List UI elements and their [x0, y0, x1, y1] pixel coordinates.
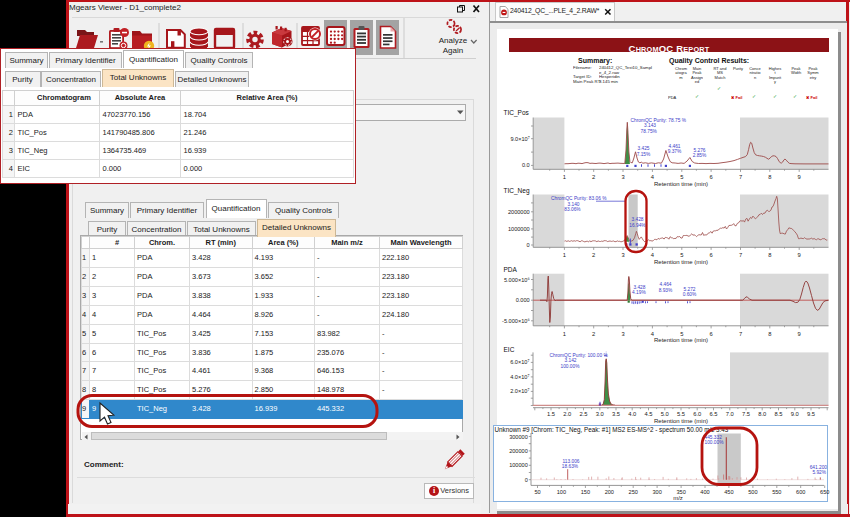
svg-text:4.464: 4.464	[659, 282, 671, 287]
svg-text:0.000: 0.000	[516, 297, 530, 303]
svg-text:5.272: 5.272	[683, 287, 695, 292]
svg-text:100: 100	[557, 489, 566, 495]
svg-text:3.5: 3.5	[612, 411, 620, 417]
svg-text:7: 7	[739, 174, 742, 180]
svg-text:TIC_Pos: TIC_Pos	[504, 109, 530, 117]
svg-text:4.0×10⁷: 4.0×10⁷	[510, 374, 529, 380]
svg-text:2.85%: 2.85%	[693, 153, 707, 158]
svg-text:5.5: 5.5	[677, 411, 685, 417]
svg-text:100000: 100000	[509, 462, 528, 468]
svg-text:5: 5	[680, 174, 683, 180]
svg-text:100.00%: 100.00%	[705, 440, 725, 445]
svg-text:7: 7	[739, 331, 742, 337]
svg-text:5: 5	[680, 331, 683, 337]
svg-text:TIC_Neg: TIC_Neg	[504, 187, 530, 195]
svg-text:7.5: 7.5	[742, 411, 750, 417]
svg-text:641.200: 641.200	[810, 465, 828, 470]
svg-text:3: 3	[621, 252, 624, 258]
svg-text:550: 550	[772, 489, 781, 495]
svg-text:5.000×10⁶: 5.000×10⁶	[504, 277, 530, 283]
svg-text:3.142: 3.142	[564, 358, 576, 363]
svg-text:200000: 200000	[509, 448, 528, 454]
svg-text:1: 1	[563, 331, 566, 337]
svg-text:EIC: EIC	[504, 346, 515, 353]
svg-text:0.0: 0.0	[522, 162, 530, 168]
svg-text:4: 4	[651, 252, 655, 258]
svg-text:400: 400	[700, 489, 709, 495]
svg-text:6.5: 6.5	[709, 411, 717, 417]
svg-text:3.143: 3.143	[644, 123, 656, 128]
svg-text:9.37%: 9.37%	[668, 149, 682, 154]
svg-text:4: 4	[651, 331, 655, 337]
svg-text:300000: 300000	[509, 434, 528, 440]
svg-text:250: 250	[629, 489, 638, 495]
svg-text:78.75%: 78.75%	[641, 129, 658, 134]
svg-text:3: 3	[621, 174, 624, 180]
svg-text:500: 500	[748, 489, 757, 495]
svg-text:113.006: 113.006	[563, 459, 580, 464]
svg-text:300: 300	[652, 489, 661, 495]
svg-text:1.5: 1.5	[547, 411, 555, 417]
svg-text:0: 0	[527, 242, 530, 248]
svg-text:0.60%: 0.60%	[683, 292, 697, 297]
svg-text:2: 2	[592, 252, 595, 258]
svg-text:2.0: 2.0	[563, 411, 571, 417]
svg-text:9: 9	[798, 331, 801, 337]
svg-text:2: 2	[592, 174, 595, 180]
svg-text:3.0: 3.0	[596, 411, 604, 417]
svg-text:5.276: 5.276	[693, 148, 705, 153]
svg-text:3.428: 3.428	[633, 285, 645, 290]
svg-text:8: 8	[768, 174, 771, 180]
svg-text:18.63%: 18.63%	[562, 464, 579, 469]
svg-text:8.5: 8.5	[774, 411, 782, 417]
svg-text:ChromQC Purity: 83.06 %: ChromQC Purity: 83.06 %	[551, 196, 607, 201]
svg-text:445.332: 445.332	[705, 435, 723, 440]
svg-text:8: 8	[768, 252, 771, 258]
svg-text:9.0×10⁷: 9.0×10⁷	[510, 136, 529, 142]
svg-text:8: 8	[768, 331, 771, 337]
svg-text:2.0×10⁷: 2.0×10⁷	[510, 388, 529, 394]
svg-text:1: 1	[563, 174, 566, 180]
svg-text:4.19%: 4.19%	[632, 290, 646, 295]
svg-text:16.94%: 16.94%	[629, 223, 646, 228]
svg-text:50: 50	[534, 489, 540, 495]
svg-text:5: 5	[680, 252, 683, 258]
svg-text:4.0: 4.0	[628, 411, 636, 417]
svg-text:5.0: 5.0	[661, 411, 669, 417]
svg-text:4.5: 4.5	[644, 411, 652, 417]
svg-text:3.428: 3.428	[631, 217, 643, 222]
svg-text:100.00%: 100.00%	[561, 364, 581, 369]
svg-text:600: 600	[796, 489, 805, 495]
svg-text:8.0: 8.0	[758, 411, 766, 417]
svg-text:9.0: 9.0	[791, 411, 799, 417]
svg-text:3.140: 3.140	[567, 202, 579, 207]
svg-text:2.5: 2.5	[579, 411, 587, 417]
svg-text:Retention time (min): Retention time (min)	[654, 259, 708, 265]
svg-text:ChromQC Purity: 100.00 %: ChromQC Purity: 100.00 %	[550, 353, 609, 358]
svg-text:7.15%: 7.15%	[637, 152, 651, 157]
svg-text:8.93%: 8.93%	[659, 288, 673, 293]
svg-text:7: 7	[739, 252, 742, 258]
svg-text:6.0: 6.0	[693, 411, 701, 417]
svg-text:1000000: 1000000	[508, 226, 530, 232]
svg-text:3: 3	[621, 331, 624, 337]
svg-text:350: 350	[676, 489, 685, 495]
svg-text:9: 9	[798, 174, 801, 180]
svg-text:4: 4	[651, 174, 655, 180]
svg-text:150: 150	[581, 489, 590, 495]
svg-text:-5.000×10⁶: -5.000×10⁶	[502, 318, 530, 324]
svg-text:450: 450	[724, 489, 733, 495]
svg-text:5.92%: 5.92%	[812, 470, 826, 475]
svg-text:7.0: 7.0	[726, 411, 734, 417]
svg-text:0: 0	[525, 477, 528, 483]
svg-text:6: 6	[709, 252, 712, 258]
svg-text:6: 6	[709, 331, 712, 337]
svg-text:6.0×10⁷: 6.0×10⁷	[510, 359, 529, 365]
svg-text:200: 200	[605, 489, 614, 495]
svg-text:3.425: 3.425	[637, 146, 649, 151]
svg-text:ChromQC Purity: 78.75 %: ChromQC Purity: 78.75 %	[631, 118, 687, 123]
svg-text:2: 2	[592, 331, 595, 337]
svg-text:PDA: PDA	[504, 266, 518, 273]
svg-text:m/z: m/z	[673, 495, 683, 501]
svg-text:Retention time (min): Retention time (min)	[654, 181, 708, 187]
